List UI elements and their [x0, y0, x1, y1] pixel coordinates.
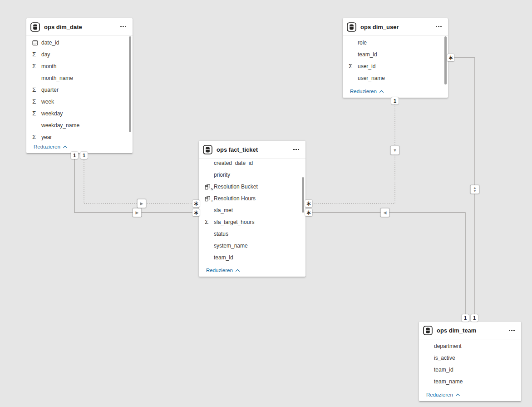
cardinality-many-badge: ∗	[305, 209, 312, 216]
table-more-options-button[interactable]	[119, 25, 127, 30]
field-list: roleteam_idΣuser_iduser_name	[343, 36, 448, 85]
field-row[interactable]: priority	[199, 169, 305, 181]
relationship-line-dim_user-fact_ticket[interactable]	[305, 98, 395, 204]
more-options-icon	[298, 149, 299, 150]
table-title: ops fact_ticket	[217, 146, 288, 153]
scrollbar-thumb[interactable]	[444, 36, 447, 84]
collapse-button[interactable]: Reduzieren	[199, 264, 305, 277]
cardinality-one-badge: 1	[80, 152, 88, 159]
sigma-icon: Σ	[32, 63, 41, 69]
field-row[interactable]: status	[199, 228, 305, 240]
field-row[interactable]: team_id	[343, 49, 448, 60]
field-row[interactable]: team_id	[419, 364, 521, 376]
field-label: quarter	[41, 87, 59, 93]
collapse-button[interactable]: Reduzieren	[26, 140, 133, 153]
field-row[interactable]: user_name	[343, 72, 448, 84]
collapse-label: Reduzieren	[206, 268, 233, 273]
field-row[interactable]: sla_met	[199, 204, 305, 216]
field-row[interactable]: is_active	[419, 352, 521, 364]
field-row[interactable]: Σyear	[26, 131, 133, 140]
chevron-up-icon	[235, 269, 240, 272]
field-row[interactable]: Σsla_target_hours	[199, 216, 305, 228]
table-header: ops dim_user	[343, 18, 448, 36]
calculated-column-sigma-icon: Σ	[205, 196, 214, 202]
field-label: system_name	[214, 243, 248, 249]
table-more-options-button[interactable]	[292, 147, 300, 152]
field-label: team_id	[214, 254, 233, 261]
sigma-icon: Σ	[205, 219, 214, 225]
field-label: Resolution Bucket	[214, 184, 258, 190]
more-options-icon	[293, 149, 295, 150]
arrow-down-glyph: ▼	[473, 189, 476, 193]
scrollbar-thumb[interactable]	[302, 177, 304, 213]
field-row[interactable]: Σweekday	[26, 108, 133, 119]
database-icon	[347, 22, 356, 32]
chevron-up-icon	[63, 145, 68, 149]
more-options-icon	[509, 330, 510, 331]
field-list: date_idΣdayΣmonthmonth_nameΣquarterΣweek…	[26, 36, 133, 140]
sigma-icon: Σ	[32, 51, 41, 58]
field-row[interactable]: date_id	[26, 37, 133, 49]
field-label: team_id	[358, 51, 377, 58]
field-label: department	[434, 343, 462, 349]
field-row[interactable]: created_date_id	[199, 159, 305, 169]
field-label: is_active	[434, 355, 455, 361]
table-header: ops dim_team	[419, 322, 521, 339]
field-row[interactable]: Σmonth	[26, 60, 133, 72]
fx-subscript: fx	[210, 188, 213, 191]
field-row[interactable]: Σweek	[26, 96, 133, 108]
more-options-icon	[440, 26, 442, 28]
model-canvas[interactable]: ops dim_datedate_idΣdayΣmonthmonth_nameΣ…	[0, 0, 532, 407]
sigma-icon: Σ	[349, 63, 358, 69]
field-row[interactable]: Σday	[26, 49, 133, 60]
sigma-icon: Σ	[32, 110, 41, 117]
field-row[interactable]: team_id	[199, 252, 305, 263]
collapse-label: Reduzieren	[426, 392, 453, 397]
field-label: team_name	[434, 378, 463, 385]
field-row[interactable]: team_name	[419, 376, 521, 387]
cardinality-one-badge: 1	[471, 314, 478, 322]
calendar-glyph	[32, 40, 38, 46]
table-more-options-button[interactable]	[508, 328, 516, 333]
field-row[interactable]: Σquarter	[26, 84, 133, 96]
cardinality-one-badge: 1	[462, 314, 469, 322]
field-rows: created_date_idpriorityfxResolution Buck…	[199, 159, 305, 263]
column-glyph	[205, 196, 211, 202]
relationship-line-dim_team-fact_ticket[interactable]	[305, 213, 465, 321]
sigma-glyph: Σ	[32, 99, 36, 105]
field-label: month	[41, 63, 56, 69]
collapse-button[interactable]: Reduzieren	[419, 388, 521, 401]
field-label: weekday	[41, 110, 63, 117]
collapse-button[interactable]: Reduzieren	[343, 85, 448, 98]
field-row[interactable]: weekday_name	[26, 119, 133, 131]
sigma-glyph: Σ	[32, 51, 36, 58]
arrow-both-icon: ▲▼	[471, 185, 479, 194]
field-row[interactable]: Σuser_id	[343, 60, 448, 72]
table-card-dim_date[interactable]: ops dim_datedate_idΣdayΣmonthmonth_nameΣ…	[26, 18, 133, 153]
field-label: month_name	[41, 75, 73, 81]
database-icon	[423, 326, 433, 335]
more-options-icon	[120, 26, 122, 28]
table-title: ops dim_date	[44, 24, 115, 30]
table-card-dim_user[interactable]: ops dim_userroleteam_idΣuser_iduser_name…	[343, 18, 448, 98]
field-row[interactable]: department	[419, 340, 521, 352]
field-row[interactable]: ΣResolution Hours	[199, 193, 305, 204]
field-row[interactable]: role	[343, 37, 448, 49]
database-icon	[203, 145, 212, 154]
field-row[interactable]: system_name	[199, 240, 305, 252]
field-row[interactable]: fxResolution Bucket	[199, 181, 305, 193]
cardinality-many-badge: ∗	[305, 200, 312, 207]
database-icon	[30, 22, 40, 32]
field-label: sla_target_hours	[214, 219, 254, 225]
more-options-icon	[125, 26, 126, 28]
field-label: weekday_name	[41, 122, 79, 129]
table-more-options-button[interactable]	[435, 25, 443, 30]
field-row[interactable]: month_name	[26, 72, 133, 84]
table-card-dim_team[interactable]: ops dim_teamdepartmentis_activeteam_idte…	[419, 322, 521, 401]
relationship-line-dim_date-fact_ticket-inactive[interactable]	[84, 154, 199, 204]
field-label: date_id	[41, 40, 59, 46]
scrollbar-thumb[interactable]	[129, 36, 131, 132]
cardinality-many-badge: ∗	[447, 54, 454, 61]
more-options-icon	[296, 149, 297, 150]
table-card-fact_ticket[interactable]: ops fact_ticketcreated_date_idpriorityfx…	[199, 141, 305, 277]
